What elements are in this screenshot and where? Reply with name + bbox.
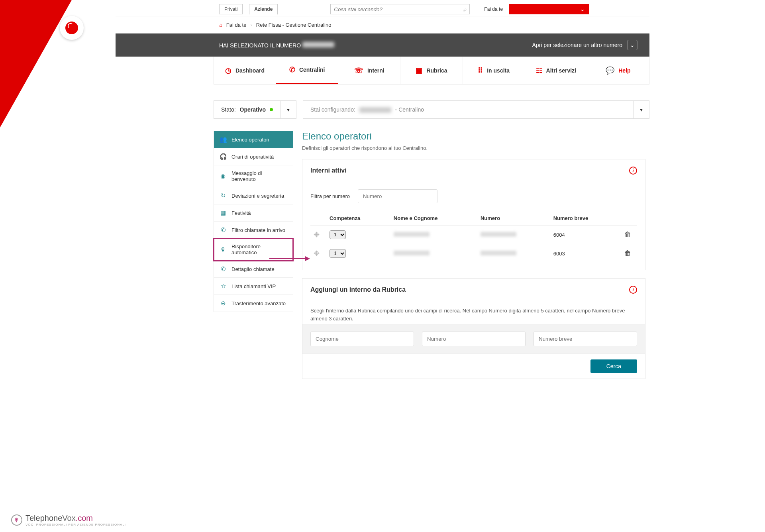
sidebar-item-vip[interactable]: ☆Lista chiamanti VIP [214, 278, 293, 295]
page-subtitle: Definisci gli operatori che rispondono a… [302, 145, 645, 151]
search-input[interactable] [334, 6, 463, 12]
chevron-down-icon: ⌄ [580, 6, 585, 12]
competenza-select[interactable]: 1 [330, 249, 346, 258]
breadcrumb-home[interactable]: Fai da te [226, 22, 247, 28]
sidebar-item-messaggio[interactable]: ◉Messaggio di benvenuto [214, 165, 293, 187]
chat-icon: 💬 [606, 66, 614, 75]
dialpad-icon: ⠿ [478, 66, 483, 75]
masked-number [481, 251, 516, 255]
tab-help[interactable]: 💬Help [587, 57, 649, 84]
phone-classic-icon: ☏ [354, 66, 363, 75]
info-icon[interactable]: i [629, 286, 637, 294]
tab-aziende[interactable]: Aziende [249, 4, 278, 15]
global-search[interactable]: ⌕ [330, 4, 470, 14]
col-breve: Numero breve [550, 211, 621, 226]
stato-value: Operativo [240, 106, 266, 113]
page-title: Elenco operatori [302, 131, 645, 142]
panel-aggiungi-rubrica: Aggiungi un interno da Rubrica i Scegli … [302, 278, 645, 379]
info-icon[interactable]: i [629, 167, 637, 175]
brand-logo [60, 16, 84, 40]
caret-down-icon: ▾ [640, 106, 643, 113]
tab-help-label: Help [618, 67, 630, 74]
expand-number-button[interactable]: ⌄ [627, 40, 638, 50]
tab-rubrica-label: Rubrica [426, 67, 447, 74]
tab-uscita[interactable]: ⠿In uscita [463, 57, 525, 84]
sidebar-item-trasferimento[interactable]: ⊖Trasferimento avanzato [214, 295, 293, 312]
brand-corner [0, 0, 72, 128]
main-content: Elenco operatori Definisci gli operatori… [302, 131, 645, 387]
star-icon: ☆ [220, 283, 227, 290]
sidebar-item-orari[interactable]: 🎧Orari di operatività [214, 148, 293, 165]
annotation-arrow [269, 258, 309, 259]
tab-altri-label: Altri servizi [546, 67, 576, 74]
breadcrumb-page: Rete Fissa - Gestione Centralino [256, 22, 332, 28]
numero-input[interactable] [422, 332, 526, 346]
drag-handle-icon[interactable]: ✥ [314, 249, 320, 257]
sidebar-label: Messaggio di benvenuto [231, 170, 287, 182]
chevron-right-icon: › [250, 22, 252, 28]
tab-interni-label: Interni [367, 67, 384, 74]
config-suffix: - Centralino [395, 106, 424, 113]
tab-dashboard-label: Dashboard [235, 67, 265, 74]
forward-icon: ↻ [220, 192, 227, 199]
sidebar-item-risponditore[interactable]: 🎙Risponditore automatico [214, 239, 293, 261]
fai-da-te-label: Fai da te [484, 6, 503, 12]
cell-breve: 6004 [550, 226, 621, 244]
cognome-input[interactable] [310, 332, 414, 346]
col-numero: Numero [477, 211, 550, 226]
sidebar-item-festivita[interactable]: ▦Festività [214, 204, 293, 222]
tab-privati[interactable]: Privati [219, 4, 243, 14]
sidebar-label: Dettaglio chiamate [231, 266, 275, 272]
masked-number [481, 232, 516, 237]
sidebar-item-filtro[interactable]: ✆Filtro chiamate in arrivo [214, 222, 293, 239]
sidebar-item-dettaglio[interactable]: ✆Dettaglio chiamate [214, 261, 293, 278]
sidebar-label: Elenco operatori [231, 137, 269, 143]
sidebar-label: Lista chiamanti VIP [231, 283, 276, 289]
sidebar-label: Orari di operatività [231, 154, 274, 160]
filter-call-icon: ✆ [220, 226, 227, 234]
masked-name [394, 251, 430, 255]
gauge-icon: ◷ [225, 66, 231, 75]
breadcrumb: ⌂ Fai da te › Rete Fissa - Gestione Cent… [116, 16, 649, 33]
sidebar-label: Trasferimento avanzato [231, 300, 286, 306]
trash-icon[interactable]: 🗑 [624, 249, 631, 257]
tab-rubrica[interactable]: ▣Rubrica [400, 57, 463, 84]
call-detail-icon: ✆ [220, 265, 227, 273]
sidebar-label: Deviazioni e segreteria [231, 193, 284, 199]
sidebar-item-elenco[interactable]: 👥Elenco operatori [214, 131, 293, 148]
competenza-select[interactable]: 1 [330, 230, 346, 239]
sliders-icon: ☷ [536, 66, 542, 75]
people-icon: 👥 [220, 136, 227, 143]
table-row: ✥ 1 6003 🗑 [310, 244, 637, 263]
tab-centralini[interactable]: ✆Centralini [276, 57, 338, 84]
config-number-masked [359, 107, 391, 113]
cerca-button[interactable]: Cerca [590, 359, 637, 373]
config-dropdown[interactable]: ▾ [633, 101, 649, 118]
filter-label: Filtra per numero [310, 193, 350, 199]
top-bar: Privati Aziende ⌕ Fai da te ⌄ [116, 0, 649, 16]
filter-numero-input[interactable] [358, 189, 437, 203]
table-row: ✥ 1 6004 🗑 [310, 226, 637, 244]
trash-icon[interactable]: 🗑 [624, 231, 631, 238]
stato-selector: Stato: Operativo ▾ [214, 100, 296, 119]
panel-title: Interni attivi [310, 167, 347, 174]
home-icon[interactable]: ⌂ [219, 22, 222, 28]
col-nome: Nome e Cognome [390, 211, 477, 226]
numero-breve-input[interactable] [534, 332, 637, 346]
account-dropdown[interactable]: ⌄ [509, 4, 589, 14]
tab-altri[interactable]: ☷Altri servizi [525, 57, 587, 84]
selected-number-masked [302, 42, 334, 47]
drag-handle-icon[interactable]: ✥ [314, 231, 320, 239]
caret-down-icon: ▾ [287, 106, 290, 113]
tab-dashboard[interactable]: ◷Dashboard [214, 57, 276, 84]
sidebar-label: Filtro chiamate in arrivo [231, 227, 285, 233]
stato-dropdown[interactable]: ▾ [280, 101, 296, 118]
panel-interni-attivi: Interni attivi i Filtra per numero Compe… [302, 159, 645, 270]
sidebar-item-deviazioni[interactable]: ↻Deviazioni e segreteria [214, 187, 293, 204]
change-number-label: Apri per selezionare un altro numero [532, 42, 622, 48]
col-competenza: Competenza [326, 211, 390, 226]
config-selector: Stai configurando: - Centralino ▾ [303, 100, 649, 119]
selected-number-bar: HAI SELEZIONATO IL NUMERO Apri per selez… [116, 33, 649, 57]
sidebar-label: Risponditore automatico [231, 243, 287, 255]
tab-interni[interactable]: ☏Interni [338, 57, 400, 84]
